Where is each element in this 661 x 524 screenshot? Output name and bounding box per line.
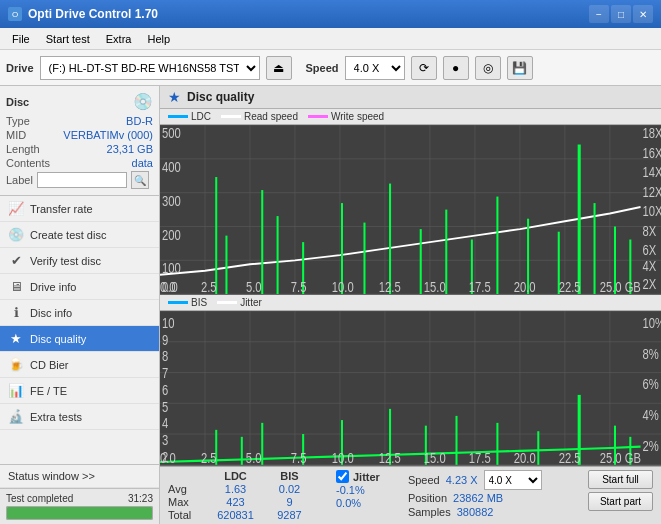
speed-dropdown[interactable]: 4.0 X [484,470,542,490]
avg-bis: 0.02 [267,483,312,495]
disc-mid-key: MID [6,129,26,141]
sidebar-item-disc-info[interactable]: ℹ Disc info [0,300,159,326]
start-buttons: Start full Start part [588,470,653,511]
svg-text:3: 3 [162,432,168,449]
disc-label-btn[interactable]: 🔍 [131,171,149,189]
svg-text:4: 4 [162,415,169,432]
minimize-button[interactable]: − [589,5,609,23]
svg-text:25.0 GB: 25.0 GB [600,450,641,465]
write-speed-color [308,115,328,118]
record-button[interactable]: ● [443,56,469,80]
read-speed-label: Read speed [244,111,298,122]
top-chart: 500 400 300 200 100 0.0 18X 16X 14X 12X … [160,125,661,295]
jitter-checkbox[interactable] [336,470,349,483]
sidebar-item-drive-info[interactable]: 🖥 Drive info [0,274,159,300]
svg-text:17.5: 17.5 [469,278,491,294]
disc-label-row: Label 🔍 [6,171,153,189]
max-bis: 9 [267,496,312,508]
drive-info-icon: 🖥 [8,279,24,294]
svg-text:2%: 2% [643,437,659,454]
titlebar-controls: − □ ✕ [589,5,653,23]
svg-rect-0 [160,125,661,294]
svg-text:300: 300 [162,192,181,209]
disc-info-icon: ℹ [8,305,24,320]
svg-text:400: 400 [162,159,181,176]
disc-type-key: Type [6,115,30,127]
svg-text:4%: 4% [643,407,659,424]
svg-rect-61 [160,311,661,465]
svg-text:100: 100 [162,260,181,277]
eject-button[interactable]: ⏏ [266,56,292,80]
drive-toolbar: Drive (F:) HL-DT-ST BD-RE WH16NS58 TST4 … [0,50,661,86]
avg-ldc: 1.63 [208,483,263,495]
save-button[interactable]: 💾 [507,56,533,80]
sidebar-item-disc-quality[interactable]: ★ Disc quality [0,326,159,352]
svg-text:2.5: 2.5 [201,278,217,294]
ldc-color [168,115,188,118]
legend-read-speed: Read speed [221,111,298,122]
create-test-disc-label: Create test disc [30,229,106,241]
bottom-chart-legend: BIS Jitter [160,295,661,311]
close-button[interactable]: ✕ [633,5,653,23]
sidebar-item-extra-tests[interactable]: 🔬 Extra tests [0,404,159,430]
settings-button[interactable]: ◎ [475,56,501,80]
svg-text:25.0 GB: 25.0 GB [600,278,641,294]
maximize-button[interactable]: □ [611,5,631,23]
disc-label-input[interactable] [37,172,127,188]
jitter-col-header: Jitter [353,471,380,483]
jitter-color [217,301,237,304]
max-label: Max [168,496,204,508]
speed-selector[interactable]: 4.0 X [345,56,405,80]
max-ldc: 423 [208,496,263,508]
drive-selector[interactable]: (F:) HL-DT-ST BD-RE WH16NS58 TST4 [40,56,260,80]
menu-help[interactable]: Help [139,31,178,47]
avg-jitter: -0.1% [336,484,380,496]
svg-text:5.0: 5.0 [246,278,262,294]
sidebar-item-cd-bier[interactable]: 🍺 CD Bier [0,352,159,378]
svg-text:5.0: 5.0 [246,450,262,465]
app-title: Opti Drive Control 1.70 [28,7,158,21]
svg-text:2X: 2X [643,276,657,293]
status-window-label: Status window >> [8,470,95,482]
bottom-chart: 10 9 8 7 6 5 4 3 2 10% 8% 6% 4% 2% 0.0 2… [160,311,661,466]
menu-file[interactable]: File [4,31,38,47]
legend-bis: BIS [168,297,207,308]
bis-color [168,301,188,304]
disc-mid-row: MID VERBATIMv (000) [6,129,153,141]
sidebar-item-create-test-disc[interactable]: 💿 Create test disc [0,222,159,248]
menu-start-test[interactable]: Start test [38,31,98,47]
titlebar-left: O Opti Drive Control 1.70 [8,7,158,21]
start-full-button[interactable]: Start full [588,470,653,489]
svg-text:10%: 10% [643,314,661,331]
ldc-col-header: LDC [208,470,263,482]
disc-length-key: Length [6,143,40,155]
svg-text:10X: 10X [643,203,661,220]
svg-text:17.5: 17.5 [469,450,491,465]
sidebar-item-transfer-rate[interactable]: 📈 Transfer rate [0,196,159,222]
disc-icon: 💿 [133,92,153,111]
bis-col-header: BIS [267,470,312,482]
avg-label: Avg [168,483,204,495]
disc-contents-row: Contents data [6,157,153,169]
drive-label: Drive [6,62,34,74]
status-window-btn[interactable]: Status window >> [0,465,159,488]
svg-text:0.0: 0.0 [160,450,176,465]
top-chart-legend: LDC Read speed Write speed [160,109,661,125]
menu-extra[interactable]: Extra [98,31,140,47]
svg-text:5: 5 [162,398,168,415]
total-bis: 9287 [267,509,312,521]
stats-bar: LDC BIS Avg 1.63 0.02 Max 423 9 Total 62… [160,466,661,524]
jitter-section: Jitter -0.1% 0.0% [336,470,380,510]
disc-length-val: 23,31 GB [107,143,153,155]
refresh-button[interactable]: ⟳ [411,56,437,80]
svg-text:7.5: 7.5 [291,278,307,294]
disc-type-val: BD-R [126,115,153,127]
chart-header-icon: ★ [168,89,181,105]
sidebar-item-fe-te[interactable]: 📊 FE / TE [0,378,159,404]
start-part-button[interactable]: Start part [588,492,653,511]
svg-text:8: 8 [162,348,168,365]
speed-val: 4.23 X [446,474,478,486]
main-content: ★ Disc quality LDC Read speed Write spee… [160,86,661,524]
extra-tests-icon: 🔬 [8,409,24,424]
sidebar-item-verify-test-disc[interactable]: ✔ Verify test disc [0,248,159,274]
